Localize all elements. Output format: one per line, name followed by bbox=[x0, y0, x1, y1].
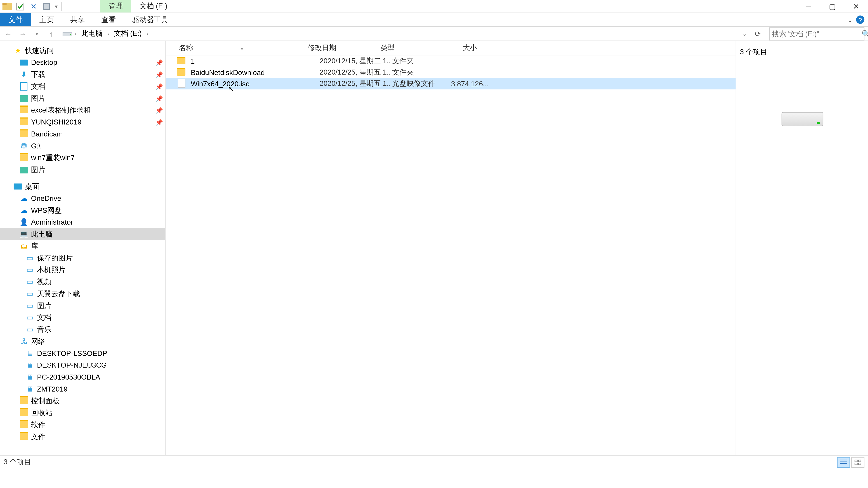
tree-qa-item[interactable]: 文档📌 bbox=[0, 80, 165, 92]
folder-icon bbox=[177, 68, 186, 77]
tree-library-item[interactable]: ▭保存的图片 bbox=[0, 252, 165, 264]
file-size: 3,874,126... bbox=[450, 79, 491, 88]
tree-qa-item[interactable]: excel表格制作求和📌 bbox=[0, 104, 165, 116]
svg-rect-8 bbox=[855, 463, 857, 464]
library-item-icon: ▭ bbox=[25, 253, 35, 263]
network-icon: 🖧 bbox=[19, 337, 29, 346]
svg-rect-6 bbox=[855, 460, 857, 462]
tree-item-icon bbox=[19, 58, 29, 67]
svg-rect-3 bbox=[43, 3, 50, 9]
tree-user[interactable]: 👤Administrator bbox=[0, 216, 165, 228]
tree-item[interactable]: 回收站 bbox=[0, 407, 165, 419]
qat-dropdown-icon[interactable]: ▾ bbox=[55, 3, 58, 9]
ribbon-expand-icon[interactable]: ⌄ bbox=[848, 17, 852, 23]
tree-network-item[interactable]: 🖥PC-20190530OBLA bbox=[0, 371, 165, 383]
tree-network-item[interactable]: 🖥DESKTOP-LSSOEDP bbox=[0, 348, 165, 359]
tree-library-item[interactable]: ▭文档 bbox=[0, 312, 165, 324]
file-type: 文件夹 bbox=[390, 56, 450, 66]
file-row[interactable]: 12020/12/15, 星期二 1...文件夹 bbox=[166, 55, 736, 67]
status-bar: 3 个项目 bbox=[0, 455, 868, 468]
tree-item[interactable]: 软件 bbox=[0, 419, 165, 431]
tree-qa-item[interactable]: 图片 bbox=[0, 164, 165, 176]
tree-quick-access[interactable]: ★快速访问 bbox=[0, 45, 165, 57]
sort-asc-icon: ▴ bbox=[241, 45, 243, 51]
tree-qa-item[interactable]: win7重装win7 bbox=[0, 152, 165, 164]
column-name[interactable]: 名称▴ bbox=[177, 43, 305, 53]
qat-close-icon[interactable]: ✕ bbox=[29, 2, 38, 11]
breadcrumb[interactable]: › 此电脑 › 文档 (E:) › ⌄ bbox=[60, 27, 749, 40]
column-size[interactable]: 大小 bbox=[438, 43, 479, 53]
qat-properties-icon[interactable] bbox=[42, 2, 51, 11]
tree-network-item[interactable]: 🖥ZMT2019 bbox=[0, 383, 165, 395]
tree-libraries[interactable]: 🗂库 bbox=[0, 240, 165, 252]
ribbon-tab-home[interactable]: 主页 bbox=[31, 13, 62, 26]
chevron-right-icon[interactable]: › bbox=[106, 31, 110, 37]
tree-item-icon bbox=[19, 82, 29, 91]
tree-qa-item[interactable]: ⬇下载📌 bbox=[0, 68, 165, 80]
file-name: 1 bbox=[188, 57, 317, 65]
tree-item-icon bbox=[19, 408, 29, 418]
address-bar: ← → ▾ ↑ › 此电脑 › 文档 (E:) › ⌄ ⟳ 🔍 bbox=[0, 27, 868, 41]
tree-qa-item[interactable]: Desktop📌 bbox=[0, 57, 165, 69]
tree-library-item[interactable]: ▭视频 bbox=[0, 276, 165, 288]
breadcrumb-item[interactable]: 文档 (E:) bbox=[112, 28, 144, 40]
minimize-button[interactable]: ─ bbox=[797, 0, 820, 13]
breadcrumb-dropdown-icon[interactable]: ⌄ bbox=[741, 31, 748, 37]
view-large-icons-button[interactable] bbox=[851, 457, 864, 467]
tree-network-item[interactable]: 🖥DESKTOP-NJEU3CG bbox=[0, 359, 165, 371]
chevron-right-icon[interactable]: › bbox=[73, 31, 77, 37]
ribbon-tab-view[interactable]: 查看 bbox=[93, 13, 124, 26]
tree-this-pc[interactable]: 💻此电脑 bbox=[0, 228, 165, 240]
tree-item[interactable]: 文件 bbox=[0, 431, 165, 443]
quick-access-toolbar: ✕ ▾ bbox=[0, 0, 64, 12]
nav-forward-button[interactable]: → bbox=[17, 28, 29, 40]
tree-qa-item[interactable]: Bandicam bbox=[0, 128, 165, 140]
search-input[interactable] bbox=[772, 30, 862, 38]
navigation-tree[interactable]: ★快速访问 Desktop📌⬇下载📌文档📌图片📌excel表格制作求和📌YUNQ… bbox=[0, 41, 166, 455]
title-bar: ✕ ▾ 管理 文档 (E:) ─ ▢ ✕ bbox=[0, 0, 868, 13]
tree-network[interactable]: 🖧网络 bbox=[0, 335, 165, 348]
contextual-tab-manage[interactable]: 管理 bbox=[100, 0, 131, 12]
tree-library-item[interactable]: ▭本机照片 bbox=[0, 264, 165, 276]
tree-library-item[interactable]: ▭音乐 bbox=[0, 324, 165, 335]
search-icon[interactable]: 🔍 bbox=[862, 30, 868, 38]
help-icon[interactable]: ? bbox=[856, 15, 864, 24]
column-date[interactable]: 修改日期 bbox=[305, 43, 378, 53]
breadcrumb-item[interactable]: 此电脑 bbox=[79, 28, 105, 40]
tree-qa-item[interactable]: YUNQISHI2019📌 bbox=[0, 116, 165, 128]
ribbon-tab-drivetools[interactable]: 驱动器工具 bbox=[124, 13, 177, 26]
library-item-icon: ▭ bbox=[25, 301, 35, 311]
ribbon-tab-share[interactable]: 共享 bbox=[62, 13, 93, 26]
nav-back-button[interactable]: ← bbox=[2, 28, 14, 40]
column-type[interactable]: 类型 bbox=[378, 43, 438, 53]
tree-library-item[interactable]: ▭天翼云盘下载 bbox=[0, 288, 165, 300]
file-name: BaiduNetdiskDownload bbox=[188, 68, 317, 76]
tree-desktop[interactable]: 桌面 bbox=[0, 181, 165, 193]
nav-history-dropdown[interactable]: ▾ bbox=[31, 28, 43, 40]
tree-item-icon bbox=[19, 105, 29, 115]
file-row[interactable]: BaiduNetdiskDownload2020/12/25, 星期五 1...… bbox=[166, 67, 736, 78]
tree-qa-item[interactable]: ⛃G:\ bbox=[0, 140, 165, 152]
qat-checkbox-icon[interactable] bbox=[16, 2, 25, 11]
nav-up-button[interactable]: ↑ bbox=[45, 28, 57, 40]
app-icon bbox=[2, 2, 12, 11]
file-row[interactable]: Win7x64_2020.iso2020/12/25, 星期五 1...光盘映像… bbox=[166, 78, 736, 89]
file-rows[interactable]: 12020/12/15, 星期二 1...文件夹BaiduNetdiskDown… bbox=[166, 55, 736, 455]
pin-icon: 📌 bbox=[156, 119, 163, 125]
tree-qa-item[interactable]: 图片📌 bbox=[0, 92, 165, 104]
ribbon-tab-file[interactable]: 文件 bbox=[0, 13, 31, 26]
chevron-right-icon[interactable]: › bbox=[145, 31, 149, 37]
close-button[interactable]: ✕ bbox=[844, 0, 868, 13]
tree-library-item[interactable]: ▭图片 bbox=[0, 300, 165, 312]
tree-item-icon bbox=[19, 165, 29, 175]
refresh-button[interactable]: ⟳ bbox=[751, 27, 764, 40]
tree-onedrive[interactable]: ☁OneDrive bbox=[0, 193, 165, 204]
svg-rect-7 bbox=[859, 460, 861, 462]
maximize-button[interactable]: ▢ bbox=[820, 0, 844, 13]
tree-item[interactable]: 控制面板 bbox=[0, 395, 165, 407]
preview-item-count: 3 个项目 bbox=[736, 47, 767, 57]
tree-wps[interactable]: ☁WPS网盘 bbox=[0, 204, 165, 217]
view-details-button[interactable] bbox=[837, 457, 850, 467]
file-type: 光盘映像文件 bbox=[390, 78, 450, 89]
search-box[interactable]: 🔍 bbox=[769, 27, 864, 40]
